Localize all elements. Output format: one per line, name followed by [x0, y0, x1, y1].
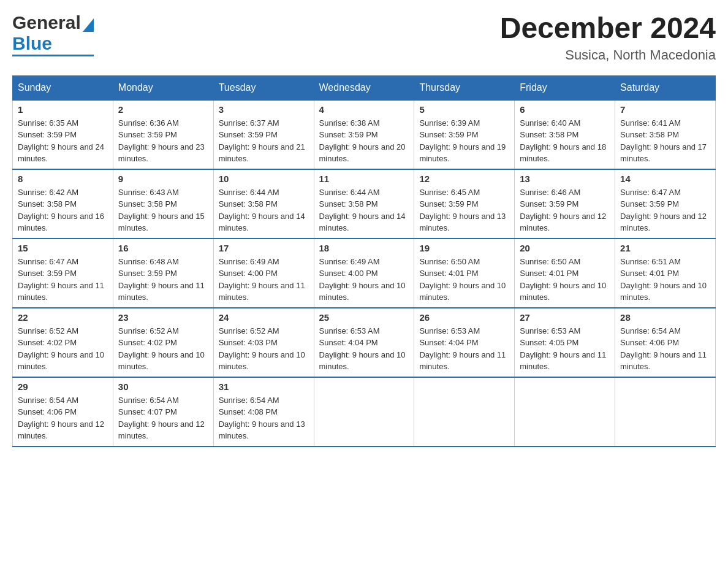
col-thursday: Thursday — [414, 75, 515, 100]
col-sunday: Sunday — [13, 75, 113, 100]
day-number: 5 — [419, 104, 509, 115]
day-info: Sunrise: 6:37 AMSunset: 3:59 PMDaylight:… — [219, 118, 305, 164]
calendar-table: Sunday Monday Tuesday Wednesday Thursday… — [12, 75, 716, 447]
day-number: 12 — [419, 174, 509, 184]
calendar-cell: 31 Sunrise: 6:54 AMSunset: 4:08 PMDaylig… — [213, 377, 314, 446]
logo-blue-text: Blue — [12, 33, 94, 54]
calendar-cell: 6 Sunrise: 6:40 AMSunset: 3:58 PMDayligh… — [515, 100, 615, 169]
calendar-cell — [314, 377, 414, 446]
day-number: 14 — [620, 174, 710, 184]
calendar-cell: 2 Sunrise: 6:36 AMSunset: 3:59 PMDayligh… — [113, 100, 213, 169]
day-number: 6 — [520, 104, 610, 115]
col-monday: Monday — [113, 75, 213, 100]
calendar-cell: 1 Sunrise: 6:35 AMSunset: 3:59 PMDayligh… — [13, 100, 113, 169]
calendar-cell: 18 Sunrise: 6:49 AMSunset: 4:00 PMDaylig… — [314, 239, 414, 308]
calendar-cell: 13 Sunrise: 6:46 AMSunset: 3:59 PMDaylig… — [515, 169, 615, 239]
calendar-week-2: 8 Sunrise: 6:42 AMSunset: 3:58 PMDayligh… — [13, 169, 716, 239]
day-number: 31 — [219, 381, 309, 392]
day-info: Sunrise: 6:39 AMSunset: 3:59 PMDaylight:… — [419, 118, 506, 164]
day-number: 10 — [219, 174, 309, 184]
day-number: 13 — [520, 174, 610, 184]
day-number: 18 — [319, 243, 409, 253]
calendar-cell: 21 Sunrise: 6:51 AMSunset: 4:01 PMDaylig… — [615, 239, 716, 308]
day-number: 11 — [319, 174, 409, 184]
calendar-cell — [615, 377, 716, 446]
day-number: 1 — [18, 104, 108, 115]
day-number: 27 — [520, 312, 610, 323]
day-info: Sunrise: 6:49 AMSunset: 4:00 PMDaylight:… — [219, 257, 305, 302]
day-info: Sunrise: 6:52 AMSunset: 4:02 PMDaylight:… — [118, 326, 205, 372]
calendar-cell: 15 Sunrise: 6:47 AMSunset: 3:59 PMDaylig… — [13, 239, 113, 308]
calendar-cell: 26 Sunrise: 6:53 AMSunset: 4:04 PMDaylig… — [414, 308, 515, 377]
calendar-cell: 28 Sunrise: 6:54 AMSunset: 4:06 PMDaylig… — [615, 308, 716, 377]
logo-arrow-icon — [83, 18, 94, 32]
day-info: Sunrise: 6:46 AMSunset: 3:59 PMDaylight:… — [520, 188, 606, 233]
logo: General Blue — [12, 12, 94, 56]
calendar-cell: 9 Sunrise: 6:43 AMSunset: 3:58 PMDayligh… — [113, 169, 213, 239]
day-number: 26 — [419, 312, 509, 323]
day-info: Sunrise: 6:53 AMSunset: 4:04 PMDaylight:… — [319, 326, 406, 372]
day-number: 9 — [118, 174, 208, 184]
page-header: General Blue December 2024 Susica, North… — [12, 12, 716, 63]
location-title: Susica, North Macedonia — [500, 47, 716, 63]
calendar-cell: 20 Sunrise: 6:50 AMSunset: 4:01 PMDaylig… — [515, 239, 615, 308]
day-info: Sunrise: 6:44 AMSunset: 3:58 PMDaylight:… — [219, 188, 305, 233]
day-info: Sunrise: 6:36 AMSunset: 3:59 PMDaylight:… — [118, 118, 205, 164]
calendar-cell: 14 Sunrise: 6:47 AMSunset: 3:59 PMDaylig… — [615, 169, 716, 239]
calendar-cell: 12 Sunrise: 6:45 AMSunset: 3:59 PMDaylig… — [414, 169, 515, 239]
day-info: Sunrise: 6:45 AMSunset: 3:59 PMDaylight:… — [419, 188, 506, 233]
day-number: 29 — [18, 381, 108, 392]
day-info: Sunrise: 6:38 AMSunset: 3:59 PMDaylight:… — [319, 118, 406, 164]
day-number: 28 — [620, 312, 710, 323]
day-info: Sunrise: 6:54 AMSunset: 4:07 PMDaylight:… — [118, 396, 205, 441]
day-info: Sunrise: 6:49 AMSunset: 4:00 PMDaylight:… — [319, 257, 406, 302]
day-info: Sunrise: 6:43 AMSunset: 3:58 PMDaylight:… — [118, 188, 205, 233]
day-info: Sunrise: 6:54 AMSunset: 4:06 PMDaylight:… — [18, 396, 104, 441]
day-number: 2 — [118, 104, 208, 115]
logo-general-text: General — [12, 12, 81, 33]
calendar-cell: 16 Sunrise: 6:48 AMSunset: 3:59 PMDaylig… — [113, 239, 213, 308]
calendar-cell: 8 Sunrise: 6:42 AMSunset: 3:58 PMDayligh… — [13, 169, 113, 239]
day-info: Sunrise: 6:53 AMSunset: 4:05 PMDaylight:… — [520, 326, 606, 372]
col-wednesday: Wednesday — [314, 75, 414, 100]
title-section: December 2024 Susica, North Macedonia — [500, 12, 716, 63]
day-info: Sunrise: 6:50 AMSunset: 4:01 PMDaylight:… — [520, 257, 606, 302]
day-number: 30 — [118, 381, 208, 392]
day-number: 8 — [18, 174, 108, 184]
calendar-cell: 5 Sunrise: 6:39 AMSunset: 3:59 PMDayligh… — [414, 100, 515, 169]
day-info: Sunrise: 6:47 AMSunset: 3:59 PMDaylight:… — [620, 188, 707, 233]
col-saturday: Saturday — [615, 75, 716, 100]
day-info: Sunrise: 6:35 AMSunset: 3:59 PMDaylight:… — [18, 118, 104, 164]
day-info: Sunrise: 6:42 AMSunset: 3:58 PMDaylight:… — [18, 188, 104, 233]
day-number: 22 — [18, 312, 108, 323]
day-info: Sunrise: 6:47 AMSunset: 3:59 PMDaylight:… — [18, 257, 104, 302]
calendar-cell: 22 Sunrise: 6:52 AMSunset: 4:02 PMDaylig… — [13, 308, 113, 377]
day-info: Sunrise: 6:51 AMSunset: 4:01 PMDaylight:… — [620, 257, 707, 302]
logo-underline — [12, 55, 94, 56]
day-info: Sunrise: 6:52 AMSunset: 4:02 PMDaylight:… — [18, 326, 104, 372]
day-number: 17 — [219, 243, 309, 253]
calendar-header-row: Sunday Monday Tuesday Wednesday Thursday… — [13, 75, 716, 100]
day-info: Sunrise: 6:53 AMSunset: 4:04 PMDaylight:… — [419, 326, 506, 372]
calendar-cell: 19 Sunrise: 6:50 AMSunset: 4:01 PMDaylig… — [414, 239, 515, 308]
col-friday: Friday — [515, 75, 615, 100]
day-number: 15 — [18, 243, 108, 253]
calendar-cell: 3 Sunrise: 6:37 AMSunset: 3:59 PMDayligh… — [213, 100, 314, 169]
day-info: Sunrise: 6:41 AMSunset: 3:58 PMDaylight:… — [620, 118, 707, 164]
calendar-week-1: 1 Sunrise: 6:35 AMSunset: 3:59 PMDayligh… — [13, 100, 716, 169]
calendar-cell: 25 Sunrise: 6:53 AMSunset: 4:04 PMDaylig… — [314, 308, 414, 377]
col-tuesday: Tuesday — [213, 75, 314, 100]
day-number: 23 — [118, 312, 208, 323]
day-number: 25 — [319, 312, 409, 323]
calendar-cell: 10 Sunrise: 6:44 AMSunset: 3:58 PMDaylig… — [213, 169, 314, 239]
calendar-week-3: 15 Sunrise: 6:47 AMSunset: 3:59 PMDaylig… — [13, 239, 716, 308]
month-title: December 2024 — [500, 12, 716, 45]
day-number: 19 — [419, 243, 509, 253]
day-info: Sunrise: 6:54 AMSunset: 4:08 PMDaylight:… — [219, 396, 305, 441]
calendar-cell: 4 Sunrise: 6:38 AMSunset: 3:59 PMDayligh… — [314, 100, 414, 169]
day-info: Sunrise: 6:54 AMSunset: 4:06 PMDaylight:… — [620, 326, 707, 372]
day-number: 4 — [319, 104, 409, 115]
day-number: 3 — [219, 104, 309, 115]
calendar-week-4: 22 Sunrise: 6:52 AMSunset: 4:02 PMDaylig… — [13, 308, 716, 377]
calendar-cell: 17 Sunrise: 6:49 AMSunset: 4:00 PMDaylig… — [213, 239, 314, 308]
